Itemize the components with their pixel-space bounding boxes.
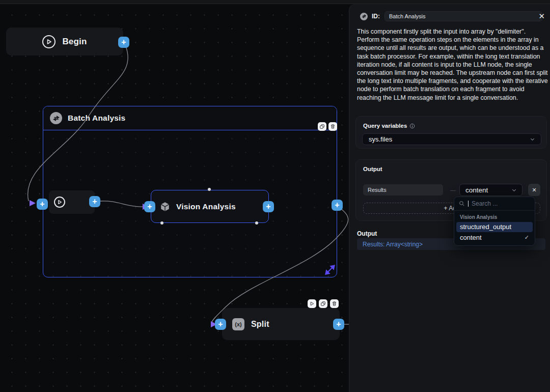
handle-split-in[interactable]: + [215,319,226,330]
dropdown-group-label: Vision Analysis [454,211,535,222]
dropdown-option-content[interactable]: content ✓ [454,232,535,243]
variable-search-input[interactable]: Search ... [454,197,535,211]
copy-node-button[interactable] [319,299,327,308]
iteration-icon [50,112,62,124]
dropdown-option-structured-output[interactable]: structured_output [456,222,533,232]
handle-vision-in[interactable]: + [144,201,155,212]
node-begin[interactable]: Begin [6,27,123,55]
handle-batch-out[interactable]: + [332,200,343,211]
handle-begin-out[interactable]: + [118,37,129,48]
node-batch-analysis-header[interactable]: Batch Analysis [43,106,337,130]
node-title: Batch Analysis [68,114,125,123]
handle-batch-in[interactable]: + [37,199,48,210]
node-title: Vision Analysis [176,202,236,211]
query-variables-card: Query variables sys.files [355,116,547,149]
check-icon: ✓ [525,234,529,241]
output-value-select[interactable]: content [459,184,522,196]
node-title: Split [251,320,269,329]
id-label: ID: [372,13,380,20]
play-circle-icon [42,35,56,48]
port-dot-top[interactable] [208,188,211,191]
copy-node-button[interactable] [318,122,326,131]
plus-icon: + [121,38,126,46]
variable-dropdown: Search ... Vision Analysis structured_ou… [454,197,535,246]
plus-icon: + [336,320,341,328]
row-dash: — [450,187,456,193]
close-icon: ✕ [538,12,545,20]
function-x-icon: (x) [232,318,244,330]
close-icon: ✕ [532,187,537,193]
close-panel-button[interactable]: ✕ [538,11,545,22]
trash-icon [332,301,337,306]
delete-node-button[interactable] [328,122,337,131]
plus-icon: + [266,203,270,211]
batch-node-toolbar [318,122,337,131]
node-iteration-start[interactable] [49,190,95,214]
panel-header: ID: ✕ [349,11,550,22]
split-node-toolbar [308,299,339,308]
search-icon [459,201,465,207]
node-split[interactable]: (x) Split [222,308,340,340]
node-id-input[interactable] [384,11,542,21]
resize-handle-icon[interactable] [323,263,337,277]
remove-row-button[interactable]: ✕ [528,184,540,196]
output-card-title: Output [363,166,382,172]
query-variables-select[interactable]: sys.files [362,133,541,145]
plus-icon: + [335,201,339,209]
text-caret [468,201,469,207]
output-variable-row: — content ✕ [363,184,540,196]
iteration-icon [360,13,368,20]
handle-split-out[interactable]: + [333,319,344,330]
plus-icon: + [92,198,97,206]
play-circle-icon [54,197,65,208]
handle-start-out[interactable]: + [89,196,100,207]
window-top-strip [0,0,550,4]
node-config-panel: ID: ✕ This component firstly split the i… [349,4,550,392]
query-variables-label: Query variables [363,123,415,129]
handle-vision-out[interactable]: + [263,201,274,212]
trash-icon [330,124,336,129]
search-placeholder: Search ... [472,200,498,207]
node-title: Begin [62,37,87,47]
run-node-button[interactable] [308,299,316,308]
chevron-down-icon [511,187,517,193]
chevron-down-icon [529,136,536,143]
port-dot-bottom-left[interactable] [160,221,163,225]
output-section-title: Output [357,230,377,237]
cube-icon [159,201,171,212]
output-name-input[interactable] [363,184,443,195]
delete-node-button[interactable] [330,299,339,308]
copy-icon [319,124,325,129]
workflow-editor: Batch Analysis Begin [0,0,550,392]
plus-icon: + [147,203,152,211]
plus-icon: + [40,200,44,208]
copy-icon [320,301,326,306]
plus-icon: + [218,320,223,328]
port-dot-bottom-right[interactable] [255,221,258,225]
node-vision-analysis[interactable]: Vision Analysis [151,190,269,223]
info-icon [409,123,415,129]
play-icon [309,301,315,306]
node-description: This component firstly split the input i… [357,27,549,102]
